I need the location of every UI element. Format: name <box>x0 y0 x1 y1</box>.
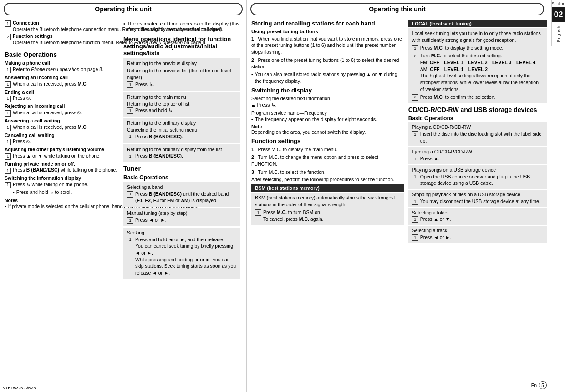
step2-num: 2 <box>251 57 254 63</box>
tuner-band-box: Selecting a band 1 Press B (BAND/ESC) un… <box>123 182 240 207</box>
func-step3-num: 3 <box>251 169 254 175</box>
op-answering-waiting-num: 1 <box>5 125 11 131</box>
function-header: Function settings <box>13 33 53 39</box>
cd-usb-play-item: 1 Open the USB connector cover and plug … <box>412 173 543 187</box>
bsm-item1-text: Press M.C. to turn BSM on. To cancel, pr… <box>263 209 324 222</box>
right-left-col: Storing and recalling stations for each … <box>251 20 404 244</box>
step1-text: When you find a station that you want to… <box>251 36 402 55</box>
menu-box-3-title1: Returning to the ordinary display <box>127 120 236 127</box>
local-item1: 1 Press M.C. to display the setting mode… <box>412 45 543 51</box>
cd-playing-item: 1 Insert the disc into the disc loading … <box>412 131 543 144</box>
menu-box-1: Returning to the previous display Return… <box>123 58 240 91</box>
menu-box-3-item: 1 Press B (BAND/ESC). <box>127 133 236 140</box>
menu-box-1-item: 1 Press ↳. <box>127 81 236 88</box>
op-switching-info-bullet-text: Press and hold ↳ to scroll. <box>16 189 73 196</box>
step2-block: 2 Press one of the preset tuning buttons… <box>251 57 404 85</box>
menu-box-4: Returning to the ordinary display from t… <box>123 144 240 163</box>
bullet-dot-icon: ● <box>251 102 255 109</box>
cd-track-num: 1 <box>412 234 418 241</box>
note-switching-title: Note <box>251 124 404 129</box>
op-adjusting-vol-text: Press ▲ or ▼ while talking on the phone. <box>13 153 101 159</box>
tuner-seeking-num: 1 <box>127 237 133 243</box>
cd-usb-stop-item: 1 You may disconnect the USB storage dev… <box>412 198 543 205</box>
local-item3-num: 3 <box>412 94 418 101</box>
menu-box-1-num: 1 <box>127 81 133 88</box>
page-num-area: En 5 <box>531 381 547 389</box>
op-answering-num: 1 <box>5 81 11 88</box>
cd-usb-play-num: 1 <box>412 174 418 180</box>
local-item2-text: Turn M.C. to select the desired setting.… <box>420 52 543 92</box>
cd-box-usb-play: Playing songs on a USB storage device 1 … <box>408 165 547 189</box>
en-label: En <box>531 383 537 388</box>
tuner-band-title: Selecting a band <box>127 184 236 191</box>
local-item1-num: 1 <box>412 45 418 51</box>
section-label: Section <box>551 0 565 7</box>
step1-block: 1 When you find a station that you want … <box>251 36 404 56</box>
menu-box-4-num: 1 <box>127 153 133 159</box>
tuner-seeking-title: Seeking <box>127 229 236 236</box>
func-step1-text: Press M.C. to display the main menu. <box>255 147 337 152</box>
tuner-manual-box: Manual tuning (step by step) 1 Press ◄ o… <box>123 208 240 226</box>
switching-freq-text: The frequency appear on the display for … <box>255 117 377 122</box>
menu-box-3-num: 1 <box>127 134 133 140</box>
right-right-col: LOCAL (local seek tuning) Local seek tun… <box>408 20 547 244</box>
cd-track-item: 1 Press ◄ or ►. <box>412 234 543 241</box>
menu-box-2: Returning to the main menu Returning to … <box>123 92 240 117</box>
footer-code: <YRD5325-A/N>5 <box>0 386 36 390</box>
cd-track-text: Press ◄ or ►. <box>420 234 452 241</box>
func-settings-title: Function settings <box>251 137 404 145</box>
cd-playing-num: 1 <box>412 131 418 137</box>
cd-playing-title: Playing a CD/CD-R/CD-RW <box>412 124 543 131</box>
menu-box-3-text: Press B (BAND/ESC). <box>135 133 183 140</box>
cd-usb-play-title: Playing songs on a USB storage device <box>412 167 543 173</box>
right-header-title: Operating this unit <box>250 3 544 15</box>
bsm-text: BSM (best stations memory) automatically… <box>255 194 400 208</box>
func-step2-num: 2 <box>251 154 254 160</box>
op-rejecting-num: 1 <box>5 110 11 117</box>
op-switching-info-num: 1 <box>5 182 11 188</box>
tuner-basic-title: Basic Operations <box>123 174 240 181</box>
menu-box-2-title2: Returning to the top tier of list <box>127 101 236 107</box>
cd-folder-text: Press ▲ or ▼. <box>420 216 452 223</box>
note-switching-text: Depending on the area, you cannot switch… <box>251 129 404 135</box>
func-step1-num: 1 <box>251 147 254 152</box>
menu-box-1-text: Press ↳. <box>135 81 154 88</box>
tuner-band-text: Press B (BAND/ESC) until the desired ban… <box>135 191 236 204</box>
cd-ejecting-title: Ejecting a CD/CD-R/CD-RW <box>412 148 543 155</box>
func-step2: 2 Turn M.C. to change the menu option an… <box>251 154 404 167</box>
cd-usb-play-text: Open the USB connector cover and plug in… <box>420 173 543 187</box>
switching-ps-name: Program service name—Frequency <box>251 110 404 116</box>
menu-box-4-text: Press B (BAND/ESC). <box>135 153 183 159</box>
menu-box-1-title1: Returning to the previous display <box>127 60 236 67</box>
num-1: 1 <box>5 20 11 27</box>
cd-folder-num: 1 <box>412 216 418 223</box>
connection-header: Connection <box>13 20 39 25</box>
menu-box-3: Returning to the ordinary display Cancel… <box>123 118 240 143</box>
func-step3: 3 Turn M.C. to select the function. Afte… <box>251 169 404 183</box>
local-item1-text: Press M.C. to display the setting mode. <box>420 45 504 51</box>
bsm-item1: 1 Press M.C. to turn BSM on. To cancel, … <box>255 209 400 222</box>
op-switching-info-text: Press ↳ while talking on the phone. <box>13 182 88 188</box>
cd-box-track: Selecting a track 1 Press ◄ or ►. <box>408 226 547 243</box>
section-number: 02 <box>552 7 565 22</box>
menu-box-4-item: 1 Press B (BAND/ESC). <box>127 153 236 159</box>
menu-box-2-item: 1 Press and hold ↳. <box>127 107 236 114</box>
bsm-header: BSM (best stations memory) <box>251 184 404 192</box>
estimated-call-text: The estimated call time appears in the d… <box>127 21 240 32</box>
switching-title: Switching the display <box>251 87 404 94</box>
func-step1: 1 Press M.C. to display the main menu. <box>251 146 404 153</box>
tuner-manual-text: Press ◄ or ►. <box>135 217 167 224</box>
menu-ops-section: Menu operations identical for function s… <box>123 36 240 162</box>
tuner-band-num: 1 <box>127 191 133 198</box>
note-bullet-icon: • <box>5 204 6 209</box>
cd-folder-title: Selecting a folder <box>412 209 543 216</box>
cd-box-playing: Playing a CD/CD-R/CD-RW 1 Insert the dis… <box>408 122 547 146</box>
tuner-seeking-text: Press and hold ◄ or ►, and then release.… <box>135 236 236 276</box>
step2-bullet-icon: ▪ <box>251 71 253 78</box>
switching-press: ● Press ↳. <box>251 102 404 109</box>
bsm-content: BSM (best stations memory) automatically… <box>251 193 404 225</box>
cd-usb-stop-num: 1 <box>412 199 418 205</box>
step2-bullet-text: You can also recall stored radio station… <box>255 71 404 84</box>
op-private-mode-text: Press B (BAND/ESC) while talking on the … <box>13 167 117 173</box>
menu-box-4-title1: Returning to the ordinary display from t… <box>127 146 236 153</box>
